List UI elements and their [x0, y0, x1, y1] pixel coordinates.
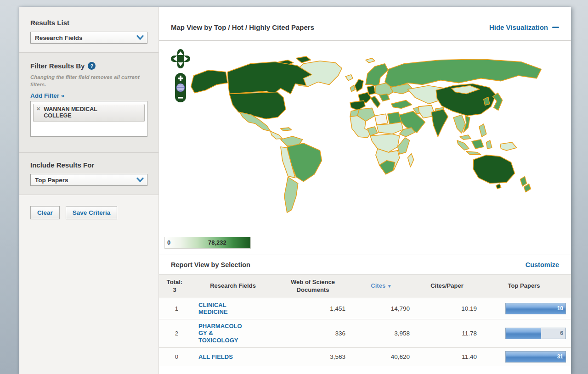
country-usa[interactable] [229, 92, 285, 119]
cites-value: 3,958 [349, 330, 413, 337]
country-ireland[interactable] [350, 85, 355, 92]
help-icon[interactable]: ? [88, 62, 96, 70]
clear-button[interactable]: Clear [30, 206, 60, 219]
filter-heading-label: Filter Results By [30, 62, 85, 70]
collapse-icon [552, 27, 559, 28]
top-papers-bar: 31 [505, 351, 566, 363]
sort-desc-icon: ▼ [387, 284, 392, 289]
map-area: 0 78,232 [159, 41, 571, 255]
include-results-heading: Include Results For [30, 161, 147, 169]
customize-link[interactable]: Customize [526, 261, 559, 268]
table-row: 0 ALL FIELDS 3,563 40,620 11.40 31 [159, 348, 571, 366]
map-controls [170, 49, 191, 103]
map-pan-control[interactable] [170, 49, 191, 69]
globe-icon[interactable] [176, 84, 185, 92]
filter-heading: Filter Results By ? [30, 62, 147, 70]
top-papers-bar-fill [506, 352, 565, 362]
country-argentina-chile[interactable] [284, 177, 298, 213]
research-field-link[interactable]: CLINICAL MEDICINE [198, 301, 246, 316]
top-papers-bar: 6 [505, 328, 566, 339]
report-table: Total: 3 Research Fields Web of Science … [159, 274, 571, 366]
top-papers-bar-fill [506, 328, 541, 339]
filter-section: Filter Results By ? Changing the filter … [19, 53, 158, 153]
top-papers-count: 31 [557, 353, 563, 360]
region-balkans[interactable] [379, 94, 390, 101]
country-new-zealand[interactable] [520, 177, 526, 186]
column-header-cites-sort[interactable]: Cites ▼ [349, 282, 413, 290]
map-view-title: Map View by Top / Hot / Highly Cited Pap… [171, 23, 314, 31]
legend-max-value: 78,232 [208, 239, 226, 246]
country-new-zealand[interactable] [524, 184, 531, 192]
region-central-america[interactable] [271, 131, 283, 139]
island-borneo[interactable] [472, 140, 484, 149]
country-philippines[interactable] [479, 124, 486, 137]
results-list-heading: Results List [30, 19, 147, 27]
world-map [159, 43, 571, 239]
country-madagascar[interactable] [408, 154, 414, 167]
cites-per-paper-value: 10.19 [413, 305, 481, 312]
results-list-dropdown-value: Research Fields [35, 34, 83, 41]
column-header-research-fields[interactable]: Research Fields [189, 282, 277, 290]
chevron-down-icon [136, 35, 144, 40]
top-papers-count: 10 [557, 305, 563, 312]
country-germany[interactable] [367, 86, 375, 95]
include-results-dropdown[interactable]: Top Papers [30, 174, 147, 186]
country-turkey[interactable] [391, 100, 412, 108]
map-zoom-control[interactable] [175, 73, 187, 103]
country-india[interactable] [431, 109, 448, 137]
table-row: 1 CLINICAL MEDICINE 1,451 14,790 10.19 1… [159, 298, 571, 319]
country-japan[interactable] [493, 93, 503, 110]
table-row: 2 PHARMACOLOGY & TOXICOLOGY 336 3,958 11… [159, 319, 571, 348]
column-header-documents[interactable]: Web of Science Documents [277, 279, 349, 294]
country-malaysia[interactable] [460, 135, 471, 140]
country-svalbard[interactable] [366, 58, 375, 63]
filter-list: ✕ WANNAN MEDICAL COLLEGE [30, 101, 147, 137]
island-java[interactable] [466, 151, 481, 155]
country-thailand-myanmar[interactable] [453, 115, 465, 133]
region-east-africa[interactable] [398, 138, 410, 154]
save-criteria-button[interactable]: Save Criteria [66, 206, 118, 219]
include-results-section: Include Results For Top Papers [19, 153, 158, 195]
country-australia[interactable] [473, 155, 515, 184]
country-canada[interactable] [227, 62, 311, 95]
island-new-guinea[interactable] [500, 142, 517, 151]
country-russia[interactable] [385, 59, 541, 88]
table-header-row: Total: 3 Research Fields Web of Science … [159, 274, 571, 298]
top-papers-bar: 10 [505, 303, 566, 314]
country-iceland[interactable] [345, 75, 353, 81]
legend-min-value: 0 [167, 239, 170, 246]
sidebar: Results List Research Fields Filter Resu… [19, 7, 158, 374]
arctic-island[interactable] [296, 56, 311, 63]
filter-note: Changing the filter field removes all cu… [30, 74, 147, 88]
country-uk[interactable] [355, 79, 363, 92]
main-panel: Map View by Top / Hot / Highly Cited Pap… [158, 7, 571, 374]
cites-per-paper-value: 11.40 [413, 353, 481, 360]
column-header-top-papers[interactable]: Top Papers [481, 282, 567, 290]
island-sumatra[interactable] [457, 140, 469, 150]
remove-filter-icon[interactable]: ✕ [36, 106, 40, 112]
column-header-cites-paper[interactable]: Cites/Paper [413, 282, 481, 290]
region-caribbean[interactable] [281, 128, 292, 131]
row-rank: 0 [160, 353, 189, 360]
hide-visualization-link[interactable]: Hide Visualization [489, 23, 559, 31]
report-title: Report View by Selection [171, 261, 250, 268]
visualization-header: Map View by Top / Hot / Highly Cited Pap… [159, 7, 571, 41]
country-libya[interactable] [375, 114, 388, 125]
add-filter-link[interactable]: Add Filter » [30, 92, 64, 99]
country-italy[interactable] [371, 96, 380, 107]
island-sulawesi[interactable] [486, 140, 492, 149]
row-rank: 2 [160, 330, 189, 337]
island-tasmania[interactable] [496, 184, 501, 189]
docs-value: 336 [277, 330, 349, 337]
report-header: Report View by Selection Customize [159, 255, 571, 274]
research-field-link[interactable]: ALL FIELDS [198, 353, 246, 360]
research-field-link[interactable]: PHARMACOLOGY & TOXICOLOGY [198, 323, 246, 344]
docs-value: 3,563 [277, 353, 349, 360]
zoom-out-button[interactable] [178, 97, 183, 99]
results-list-dropdown[interactable]: Research Fields [30, 32, 147, 44]
top-papers-count: 6 [560, 330, 563, 336]
hide-visualization-label: Hide Visualization [489, 23, 548, 31]
results-list-section: Results List Research Fields [19, 7, 158, 53]
region-central-africa[interactable] [370, 134, 400, 152]
country-alaska[interactable] [191, 70, 228, 93]
